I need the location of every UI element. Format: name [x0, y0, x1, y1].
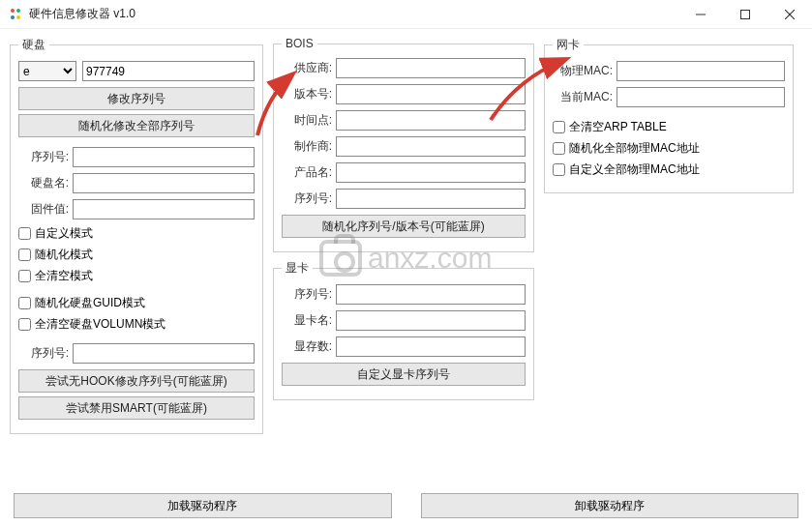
window-title: 硬件信息修改器 v1.0 — [29, 6, 678, 22]
unload-driver-button[interactable]: 卸载驱动程序 — [421, 493, 799, 518]
hdd-serial-input[interactable] — [73, 147, 255, 167]
bios-maker-input[interactable] — [336, 136, 526, 157]
nic-cur-mac-label: 当前MAC: — [553, 89, 613, 105]
svg-rect-5 — [741, 11, 750, 19]
hdd-random-mode-label: 随机化模式 — [35, 247, 93, 263]
randomize-all-serials-button[interactable]: 随机化修改全部序列号 — [18, 114, 255, 137]
svg-point-3 — [16, 15, 20, 19]
hdd-clear-volume-label: 全清空硬盘VOLUMN模式 — [35, 316, 165, 333]
drive-value-input[interactable] — [82, 61, 255, 81]
bios-version-label: 版本号: — [282, 86, 332, 102]
nic-random-mac-checkbox[interactable] — [553, 142, 565, 155]
hdd-serial-label: 序列号: — [18, 149, 69, 165]
bios-product-label: 产品名: — [282, 164, 332, 181]
bottom-bar: 加载驱动程序 卸载驱动程序 — [0, 493, 812, 518]
hdd-clear-volume-checkbox[interactable] — [18, 318, 31, 331]
gpu-memory-input[interactable] — [336, 336, 526, 357]
maximize-button[interactable] — [723, 0, 767, 29]
bios-randomize-button[interactable]: 随机化序列号/版本号(可能蓝屏) — [282, 215, 526, 238]
hdd-firmware-input[interactable] — [73, 199, 255, 219]
gpu-name-label: 显卡名: — [282, 312, 332, 329]
nic-random-mac-label: 随机化全部物理MAC地址 — [569, 140, 700, 157]
group-bios: BOIS 供应商: 版本号: 时间点: 制作商: 产品名: — [273, 37, 534, 252]
bios-maker-label: 制作商: — [282, 138, 332, 155]
nic-cur-mac-input[interactable] — [617, 87, 785, 107]
hdd-custom-mode-checkbox[interactable] — [18, 227, 31, 240]
app-icon — [8, 7, 23, 22]
svg-point-1 — [16, 9, 20, 13]
group-gpu-legend: 显卡 — [282, 260, 313, 277]
bios-vendor-label: 供应商: — [282, 60, 332, 76]
bios-time-input[interactable] — [336, 110, 526, 131]
hdd-firmware-label: 固件值: — [18, 201, 69, 218]
hdd-random-mode-checkbox[interactable] — [18, 248, 31, 261]
hdd-serial2-input[interactable] — [73, 343, 255, 364]
gpu-serial-input[interactable] — [336, 284, 526, 305]
gpu-name-input[interactable] — [336, 310, 526, 331]
group-nic-legend: 网卡 — [553, 37, 584, 53]
group-hdd-legend: 硬盘 — [18, 37, 49, 53]
hdd-random-guid-checkbox[interactable] — [18, 297, 31, 309]
bios-time-label: 时间点: — [282, 112, 332, 129]
group-nic: 网卡 物理MAC: 当前MAC: 全清空ARP TABLE 随机化全部物理MAC… — [544, 37, 794, 193]
svg-point-0 — [11, 9, 15, 13]
try-disable-smart-button[interactable]: 尝试禁用SMART(可能蓝屏) — [18, 396, 255, 420]
bios-serial-input[interactable] — [336, 189, 526, 209]
nic-custom-mac-label: 自定义全部物理MAC地址 — [569, 161, 700, 178]
nic-phys-mac-input[interactable] — [617, 61, 785, 81]
hdd-custom-mode-label: 自定义模式 — [35, 225, 93, 242]
window-controls — [678, 0, 812, 28]
nic-clear-arp-checkbox[interactable] — [553, 121, 565, 133]
bios-vendor-input[interactable] — [336, 58, 526, 78]
hdd-clear-mode-checkbox[interactable] — [18, 270, 31, 282]
minimize-button[interactable] — [678, 0, 723, 29]
group-hdd: 硬盘 e 修改序列号 随机化修改全部序列号 序列号: 硬盘名: 固件值: — [10, 37, 263, 434]
drive-letter-select[interactable]: e — [18, 61, 76, 81]
close-button[interactable] — [767, 0, 812, 29]
gpu-custom-serial-button[interactable]: 自定义显卡序列号 — [282, 363, 526, 386]
nic-clear-arp-label: 全清空ARP TABLE — [569, 119, 667, 135]
bios-product-input[interactable] — [336, 162, 526, 183]
hdd-diskname-label: 硬盘名: — [18, 175, 69, 191]
nic-custom-mac-checkbox[interactable] — [553, 163, 565, 176]
hdd-diskname-input[interactable] — [73, 173, 255, 193]
hdd-random-guid-label: 随机化硬盘GUID模式 — [35, 295, 145, 311]
modify-serial-button[interactable]: 修改序列号 — [18, 87, 255, 110]
hdd-serial2-label: 序列号: — [18, 345, 69, 362]
bios-version-input[interactable] — [336, 84, 526, 104]
svg-point-2 — [11, 15, 15, 19]
hdd-clear-mode-label: 全清空模式 — [35, 268, 93, 284]
group-bios-legend: BOIS — [282, 37, 317, 50]
group-gpu: 显卡 序列号: 显卡名: 显存数: 自定义显卡序列号 — [273, 260, 534, 400]
gpu-serial-label: 序列号: — [282, 286, 332, 303]
bios-serial-label: 序列号: — [282, 190, 332, 207]
titlebar: 硬件信息修改器 v1.0 — [0, 0, 812, 29]
load-driver-button[interactable]: 加载驱动程序 — [14, 493, 392, 518]
gpu-memory-label: 显存数: — [282, 338, 332, 355]
try-nohook-button[interactable]: 尝试无HOOK修改序列号(可能蓝屏) — [18, 369, 255, 393]
nic-phys-mac-label: 物理MAC: — [553, 63, 613, 79]
